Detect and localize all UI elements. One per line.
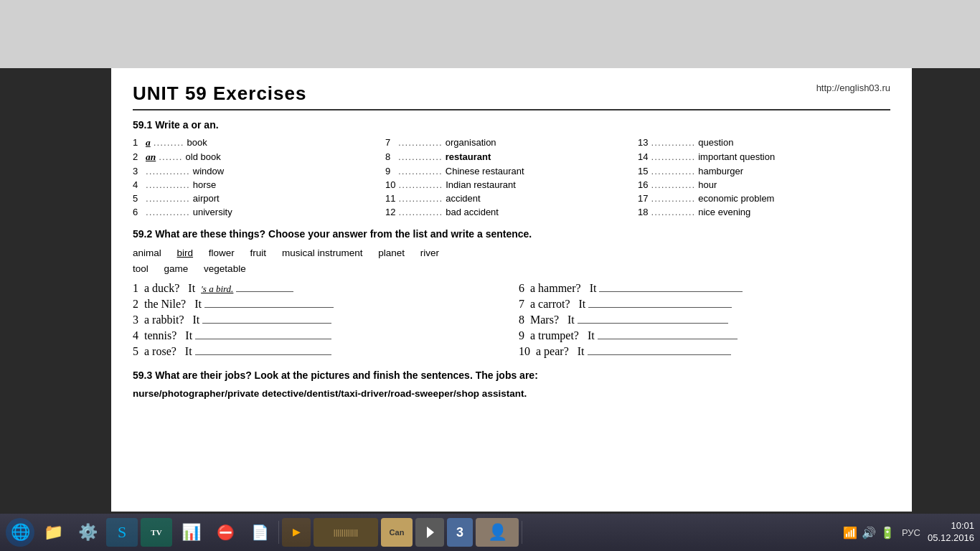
section-591-title: 59.1 Write a or an. — [133, 119, 890, 131]
ex593-jobs: nurse/photographer/private detective/den… — [133, 387, 890, 401]
clock-time: 10:01 — [928, 520, 974, 532]
section-591-instruction: Write a or an. — [155, 119, 218, 131]
ex591-item-13: 13 ............. question — [638, 136, 890, 149]
taskbar-num3-icon[interactable]: 3 — [447, 518, 473, 547]
ex591-item-18: 18 ............. nice evening — [638, 206, 890, 218]
battery-icon: 🔋 — [880, 526, 895, 540]
svg-marker-0 — [427, 527, 434, 538]
ex592-item-4: 4 tennis? It — [133, 329, 504, 342]
page-title: UNIT 59 Exercises — [133, 83, 306, 105]
ex591-grid: 1 a ......... book 7 ............. organ… — [133, 136, 890, 218]
section-593-instruction: What are their jobs? Look at the picture… — [155, 369, 538, 381]
ex591-item-12: 12 ............. bad accident — [385, 206, 638, 218]
taskbar-media-button[interactable]: ▶ — [282, 518, 311, 547]
ex591-item-10: 10 ............. Indian restaurant — [385, 179, 638, 191]
ex592-items: 1 a duck? It 's a bird. 2 the Nile? It 3… — [133, 282, 890, 361]
taskbar-teamviewer-button[interactable]: TV — [141, 518, 172, 547]
ex592-item-7: 7 a carrot? It — [519, 298, 890, 311]
ex591-item-3: 3 ............. window — [133, 165, 385, 177]
exercise-593: 59.3 What are their jobs? Look at the pi… — [133, 369, 890, 401]
ex591-item-6: 6 ............. university — [133, 206, 385, 218]
taskbar-can-icon[interactable]: Can — [381, 518, 413, 547]
taskbar-internet-button[interactable]: 🌐 — [6, 518, 34, 547]
taskbar-chrome-button[interactable]: ⚙️ — [72, 518, 103, 547]
exercise-592: 59.2 What are these things? Choose your … — [133, 228, 890, 361]
taskbar-notification-icons: 📶 🔊 🔋 — [843, 526, 895, 540]
taskbar-skype-button[interactable]: S — [106, 518, 138, 547]
ex592-item-8: 8 Mars? It — [519, 314, 890, 326]
ex591-item-15: 15 ............. hamburger — [638, 165, 890, 177]
taskbar-time: 10:01 05.12.2016 — [928, 520, 974, 545]
taskbar-separator-2 — [522, 521, 522, 544]
ex592-item-1: 1 a duck? It 's a bird. — [133, 282, 504, 295]
ex591-item-17: 17 ............. economic problem — [638, 192, 890, 204]
taskbar-lang: РУС — [902, 527, 920, 538]
ex592-left: 1 a duck? It 's a bird. 2 the Nile? It 3… — [133, 282, 504, 361]
taskbar-pdf-button[interactable]: 📄 — [244, 518, 275, 547]
ex592-item-2: 2 the Nile? It — [133, 298, 504, 311]
ex591-item-1: 1 a ......... book — [133, 136, 385, 149]
speaker-icon: 🔊 — [862, 526, 876, 540]
ex591-item-8: 8 ............. restaurant — [385, 151, 638, 164]
ex591-item-11: 11 ............. accident — [385, 192, 638, 204]
taskbar-char-icon[interactable]: 👤 — [476, 518, 519, 547]
taskbar-antivirus-button[interactable]: ⛔ — [209, 518, 241, 547]
network-icon: 📶 — [843, 526, 857, 540]
ex592-item-5: 5 a rose? It — [133, 345, 504, 358]
ex591-item-5: 5 ............. airport — [133, 192, 385, 204]
taskbar-separator-1 — [278, 521, 279, 544]
ex592-item-3: 3 a rabbit? It — [133, 314, 504, 326]
ex591-item-9: 9 ............. Chinese restaurant — [385, 165, 638, 177]
ex592-item-9: 9 a trumpet? It — [519, 329, 890, 342]
ex591-item-4: 4 ............. horse — [133, 179, 385, 191]
section-592-instruction: What are these things? Choose your answe… — [155, 228, 532, 240]
taskbar: 🌐 📁 ⚙️ S TV 📊 ⛔ 📄 ▶ |||||||||||| Can 3 👤… — [0, 514, 980, 551]
clock-date: 05.12.2016 — [928, 532, 974, 545]
taskbar-media-bar[interactable]: |||||||||||| — [314, 518, 378, 547]
exercise-591: 59.1 Write a or an. 1 a ......... book 7… — [133, 119, 890, 218]
ex592-item-6: 6 a hammer? It — [519, 282, 890, 295]
ex592-right: 6 a hammer? It 7 a carrot? It 8 Mars? It — [519, 282, 890, 361]
taskbar-powerpoint-button[interactable]: 📊 — [175, 518, 207, 547]
ex591-item-16: 16 ............. hour — [638, 179, 890, 191]
top-bar — [0, 0, 980, 68]
page-url: http://english03.ru — [816, 83, 890, 93]
section-593-title: 59.3 What are their jobs? Look at the pi… — [133, 369, 890, 381]
taskbar-right: 📶 🔊 🔋 РУС 10:01 05.12.2016 — [843, 520, 974, 545]
header-divider — [133, 109, 890, 110]
page-header: UNIT 59 Exercises http://english03.ru — [133, 83, 890, 105]
taskbar-folder-button[interactable]: 📁 — [37, 518, 69, 547]
main-content: UNIT 59 Exercises http://english03.ru 59… — [111, 68, 912, 512]
ex591-item-2: 2 an ....... old book — [133, 151, 385, 164]
word-list: animal bird flower fruit musical instrum… — [133, 245, 890, 276]
ex591-item-7: 7 ............. organisation — [385, 136, 638, 149]
ex592-item-10: 10 a pear? It — [519, 345, 890, 358]
section-591-num: 59.1 — [133, 119, 155, 131]
section-592-title: 59.2 What are these things? Choose your … — [133, 228, 890, 240]
ex591-item-14: 14 ............. important question — [638, 151, 890, 164]
taskbar-arrow-icon[interactable] — [415, 518, 444, 547]
